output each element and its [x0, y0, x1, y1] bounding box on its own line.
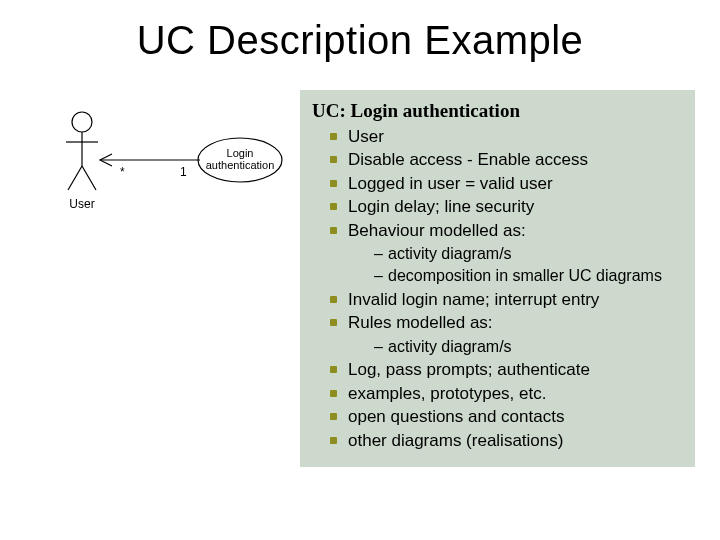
- uml-diagram: User * 1 Login authentication: [60, 108, 285, 238]
- list-item: other diagrams (realisations): [330, 430, 681, 452]
- list-item: User: [330, 126, 681, 148]
- actor-leg-right: [82, 166, 96, 190]
- actor-head-icon: [72, 112, 92, 132]
- sub-list: activity diagram/s decomposition in smal…: [348, 244, 681, 287]
- uc-description-panel: UC: Login authentication User Disable ac…: [300, 90, 695, 467]
- sub-list-item: activity diagram/s: [374, 244, 681, 265]
- list-item: Invalid login name; interrupt entry: [330, 289, 681, 311]
- list-item: Log, pass prompts; authenticate: [330, 359, 681, 381]
- multiplicity-left: *: [120, 165, 125, 179]
- actor-label: User: [69, 197, 94, 211]
- list-item: open questions and contacts: [330, 406, 681, 428]
- list-item: Login delay; line security: [330, 196, 681, 218]
- usecase-label-1: Login: [227, 147, 254, 159]
- uc-header: UC: Login authentication: [312, 100, 681, 122]
- list-item: Disable access - Enable access: [330, 149, 681, 171]
- list-item: Rules modelled as: activity diagram/s: [330, 312, 681, 357]
- list-item: examples, prototypes, etc.: [330, 383, 681, 405]
- list-item: Behaviour modelled as: activity diagram/…: [330, 220, 681, 287]
- usecase-label-2: authentication: [206, 159, 275, 171]
- sub-list-item: activity diagram/s: [374, 337, 681, 358]
- sub-list: activity diagram/s: [348, 337, 681, 358]
- uc-list: User Disable access - Enable access Logg…: [312, 126, 681, 452]
- page-title: UC Description Example: [0, 18, 720, 63]
- multiplicity-right: 1: [180, 165, 187, 179]
- slide: UC Description Example User * 1 Login au…: [0, 0, 720, 540]
- sub-list-item: decomposition in smaller UC diagrams: [374, 266, 681, 287]
- actor-leg-left: [68, 166, 82, 190]
- list-item: Logged in user = valid user: [330, 173, 681, 195]
